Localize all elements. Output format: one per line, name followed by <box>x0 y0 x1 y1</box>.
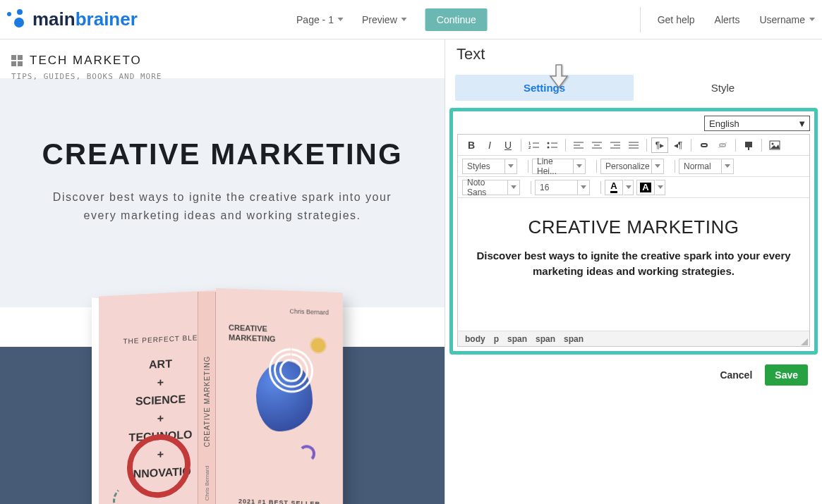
caret-down-icon <box>401 18 407 21</box>
caret-down-icon: ▼ <box>797 118 806 129</box>
book-bestseller-tag: 2021 #1 BEST SELLER <box>216 497 343 504</box>
align-right-button[interactable] <box>607 137 624 153</box>
save-button[interactable]: Save <box>765 364 808 386</box>
bold-button[interactable]: B <box>463 137 480 153</box>
italic-button[interactable]: I <box>481 137 498 153</box>
preview-dropdown[interactable]: Preview <box>362 14 407 25</box>
logo-dots-icon <box>7 9 28 30</box>
toolbar-row-2: Styles Line Hei... Personalize Normal <box>458 156 809 177</box>
language-value: English <box>709 118 739 129</box>
brand-name: TECH MARKETO <box>30 54 142 68</box>
align-justify-button[interactable] <box>625 137 642 153</box>
anchor-button[interactable] <box>740 137 757 153</box>
rtl-button[interactable]: ◂¶ <box>670 137 687 153</box>
book-abstract-art <box>224 331 334 489</box>
language-select[interactable]: English ▼ <box>704 116 810 131</box>
path-item[interactable]: span <box>507 334 527 344</box>
tab-style[interactable]: Style <box>634 75 812 101</box>
unordered-list-button[interactable] <box>544 137 561 153</box>
panel-actions: Cancel Save <box>445 355 822 386</box>
brand-header: TECH MARKETO <box>0 39 445 68</box>
book-spine-title: CREATIVE MARKETING <box>203 356 211 448</box>
purple-swirl-icon <box>298 445 315 462</box>
hero-subtitle: Discover best ways to ignite the creativ… <box>0 188 445 224</box>
editor-heading: CREATIVE MARKETING <box>472 216 795 238</box>
canvas: TECH MARKETO TIPS, GUIDES, BOOKS AND MOR… <box>0 39 445 504</box>
align-left-button[interactable] <box>570 137 587 153</box>
panel-title: Text <box>445 39 822 69</box>
logo[interactable]: mainbrainer <box>7 8 138 30</box>
continue-button[interactable]: Continue <box>425 8 488 31</box>
editor-frame: English ▼ B I U 12 <box>449 108 818 355</box>
page-dropdown-label: Page - 1 <box>296 14 334 25</box>
resize-grip-icon[interactable] <box>801 338 808 345</box>
rich-text-editor: B I U 12 ¶▸ ◂¶ <box>457 134 810 347</box>
pointer-arrow-icon <box>548 63 569 89</box>
book-author: Chris Bernard <box>289 308 329 316</box>
styles-combo[interactable]: Styles <box>462 159 517 174</box>
book-back-top: THE PERFECT BLE <box>113 333 208 345</box>
preview-dropdown-label: Preview <box>362 14 397 25</box>
topbar: mainbrainer Page - 1 Preview Continue Ge… <box>0 0 822 39</box>
caret-down-icon <box>338 18 344 21</box>
path-item[interactable]: p <box>494 334 499 344</box>
path-item[interactable]: span <box>564 334 584 344</box>
center-menu: Page - 1 Preview Continue <box>296 8 488 31</box>
page-dropdown[interactable]: Page - 1 <box>296 14 344 25</box>
element-path: body p span span span <box>458 331 809 346</box>
logo-text-main: main <box>32 8 75 30</box>
alerts-link[interactable]: Alerts <box>715 14 740 25</box>
right-menu: Get help Alerts Username <box>640 7 815 32</box>
brand-tagline: TIPS, GUIDES, BOOKS AND MORE <box>0 72 445 81</box>
ordered-list-button[interactable]: 12 <box>526 137 543 153</box>
toolbar-row-3: Noto Sans 16 A A <box>458 177 809 198</box>
text-color-button[interactable]: A <box>605 180 634 195</box>
hero-text-block[interactable]: CREATIVE MARKETING Discover best ways to… <box>0 137 445 224</box>
get-help-link[interactable]: Get help <box>658 14 695 25</box>
editor-body: Discover best ways to ignite the creativ… <box>472 248 795 279</box>
font-size-combo[interactable]: 16 <box>535 180 590 195</box>
ltr-button[interactable]: ¶▸ <box>651 137 668 153</box>
brand-grid-icon <box>11 55 23 66</box>
book-spine: CREATIVE MARKETING Chris Bernard <box>198 292 216 504</box>
bg-color-button[interactable]: A <box>636 180 665 195</box>
book-front-cover: Chris Bernard CREATIVEMARKETING 2021 #1 … <box>216 288 343 504</box>
underline-button[interactable]: U <box>500 137 516 153</box>
link-button[interactable] <box>696 137 713 153</box>
path-item[interactable]: span <box>536 334 555 344</box>
svg-point-4 <box>548 142 550 144</box>
svg-rect-21 <box>745 142 752 147</box>
unlink-button[interactable] <box>714 137 731 153</box>
properties-panel: Text Settings Style English ▼ B I U 12 <box>445 39 822 504</box>
align-center-button[interactable] <box>588 137 605 153</box>
format-combo[interactable]: Normal <box>679 159 734 174</box>
book-artwork: THE PERFECT BLE ART + SCIENCE + TECHNOLO… <box>85 286 346 504</box>
cancel-button[interactable]: Cancel <box>720 369 752 381</box>
username-label: Username <box>759 14 805 25</box>
svg-point-24 <box>772 142 774 145</box>
white-swirl-icon <box>267 345 316 395</box>
editor-content[interactable]: CREATIVE MARKETING Discover best ways to… <box>458 198 809 331</box>
hero-title: CREATIVE MARKETING <box>0 137 445 171</box>
panel-tabs: Settings Style <box>455 75 812 101</box>
path-item[interactable]: body <box>465 334 485 344</box>
image-button[interactable] <box>766 137 783 153</box>
tab-settings[interactable]: Settings <box>455 75 634 101</box>
font-family-combo[interactable]: Noto Sans <box>462 180 520 195</box>
caret-down-icon <box>809 18 815 21</box>
personalize-combo[interactable]: Personalize <box>600 159 664 174</box>
logo-text-brain: brainer <box>75 8 138 30</box>
username-dropdown[interactable]: Username <box>759 14 815 25</box>
toolbar-row-1: B I U 12 ¶▸ ◂¶ <box>458 135 809 156</box>
svg-point-5 <box>548 146 550 148</box>
book-spine-author: Chris Bernard <box>204 466 210 500</box>
line-height-combo[interactable]: Line Hei... <box>532 159 586 174</box>
svg-text:2: 2 <box>528 145 531 149</box>
